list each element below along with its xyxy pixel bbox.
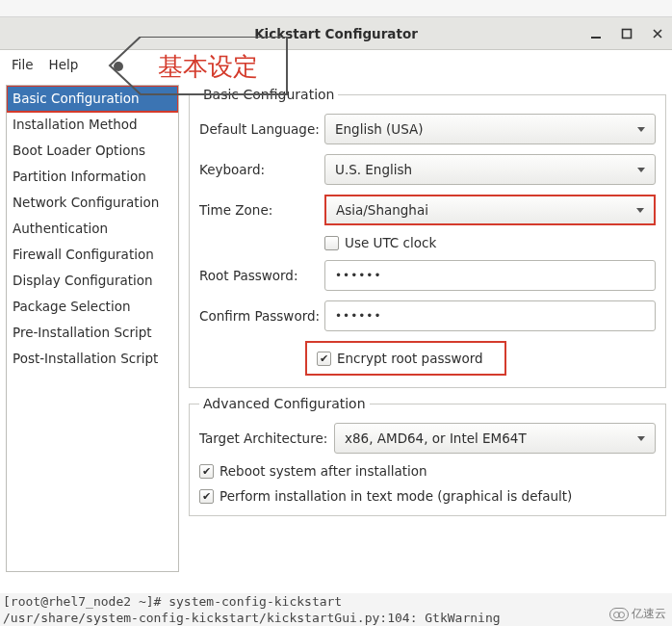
minimize-button[interactable]: [587, 25, 605, 42]
chevron-down-icon: [637, 168, 645, 172]
terminal-line-2: /usr/share/system-config-kickstart/kicks…: [3, 610, 669, 626]
sidebar: Basic Configuration Installation Method …: [6, 85, 179, 572]
reboot-after-install-checkbox[interactable]: [199, 464, 214, 479]
maximize-button[interactable]: [618, 25, 635, 42]
main-panel: Basic Configuration Default Language: En…: [185, 79, 672, 578]
encrypt-root-password-row[interactable]: Encrypt root password: [305, 341, 506, 376]
svg-rect-1: [623, 30, 632, 39]
svg-rect-0: [591, 37, 601, 39]
sidebar-item-partition-information[interactable]: Partition Information: [7, 164, 178, 190]
use-utc-checkbox[interactable]: [324, 236, 339, 250]
terminal-line-1: [root@rhel7_node2 ~]# system-config-kick…: [3, 593, 669, 610]
window-title: Kickstart Configurator: [254, 26, 418, 41]
root-password-field[interactable]: ••••••: [324, 260, 656, 291]
confirm-password-field[interactable]: ••••••: [324, 300, 656, 331]
advanced-configuration-legend: Advanced Configuration: [199, 396, 370, 411]
menu-bar: File Help: [0, 50, 672, 79]
terminal-output: [root@rhel7_node2 ~]# system-config-kick…: [0, 593, 672, 626]
basic-configuration-legend: Basic Configuration: [199, 87, 338, 102]
time-zone-combo[interactable]: Asia/Shanghai: [324, 195, 656, 225]
menu-file[interactable]: File: [4, 51, 41, 78]
root-password-value: ••••••: [335, 269, 381, 282]
sidebar-item-network-configuration[interactable]: Network Configuration: [7, 190, 178, 216]
watermark: 亿速云: [609, 606, 666, 622]
close-button[interactable]: [649, 25, 666, 42]
watermark-logo-icon: [609, 608, 629, 621]
sidebar-item-installation-method[interactable]: Installation Method: [7, 112, 178, 138]
confirm-password-value: ••••••: [335, 309, 381, 323]
top-gap: [0, 0, 672, 17]
use-utc-label: Use UTC clock: [345, 235, 436, 250]
content-area: Basic Configuration Installation Method …: [0, 79, 672, 578]
default-language-label: Default Language:: [199, 121, 324, 137]
sidebar-item-firewall-configuration[interactable]: Firewall Configuration: [7, 242, 178, 268]
watermark-text: 亿速云: [632, 606, 666, 622]
target-architecture-combo[interactable]: x86, AMD64, or Intel EM64T: [334, 423, 656, 454]
title-bar: Kickstart Configurator: [0, 17, 672, 50]
time-zone-value: Asia/Shanghai: [336, 202, 428, 218]
sidebar-item-authentication[interactable]: Authentication: [7, 216, 178, 242]
target-architecture-label: Target Architecture:: [199, 430, 334, 446]
sidebar-item-package-selection[interactable]: Package Selection: [7, 294, 178, 320]
sidebar-item-boot-loader-options[interactable]: Boot Loader Options: [7, 138, 178, 164]
basic-configuration-group: Basic Configuration Default Language: En…: [189, 87, 666, 388]
reboot-after-install-label: Reboot system after installation: [220, 463, 427, 479]
default-language-combo[interactable]: English (USA): [324, 114, 656, 144]
window-controls: [587, 17, 666, 50]
time-zone-label: Time Zone:: [199, 202, 324, 218]
reboot-after-install-row[interactable]: Reboot system after installation: [199, 463, 427, 479]
keyboard-label: Keyboard:: [199, 162, 324, 177]
chevron-down-icon: [637, 127, 645, 132]
confirm-password-label: Confirm Password:: [199, 308, 324, 324]
text-mode-install-row[interactable]: Perform installation in text mode (graph…: [199, 488, 572, 504]
text-mode-install-label: Perform installation in text mode (graph…: [220, 488, 572, 504]
advanced-configuration-group: Advanced Configuration Target Architectu…: [189, 396, 666, 516]
chevron-down-icon: [637, 436, 645, 441]
text-mode-install-checkbox[interactable]: [199, 489, 214, 504]
chevron-down-icon: [636, 208, 644, 213]
encrypt-root-password-label: Encrypt root password: [337, 351, 483, 366]
menu-help[interactable]: Help: [41, 51, 87, 78]
sidebar-item-basic-configuration[interactable]: Basic Configuration: [7, 86, 178, 112]
keyboard-combo[interactable]: U.S. English: [324, 154, 656, 185]
sidebar-item-display-configuration[interactable]: Display Configuration: [7, 268, 178, 294]
root-password-label: Root Password:: [199, 268, 324, 283]
keyboard-value: U.S. English: [335, 162, 412, 177]
sidebar-item-post-installation-script[interactable]: Post-Installation Script: [7, 346, 178, 372]
sidebar-item-pre-installation-script[interactable]: Pre-Installation Script: [7, 320, 178, 346]
default-language-value: English (USA): [335, 121, 424, 137]
target-architecture-value: x86, AMD64, or Intel EM64T: [345, 430, 527, 446]
use-utc-row[interactable]: Use UTC clock: [324, 235, 436, 250]
encrypt-root-password-checkbox[interactable]: [317, 352, 331, 366]
